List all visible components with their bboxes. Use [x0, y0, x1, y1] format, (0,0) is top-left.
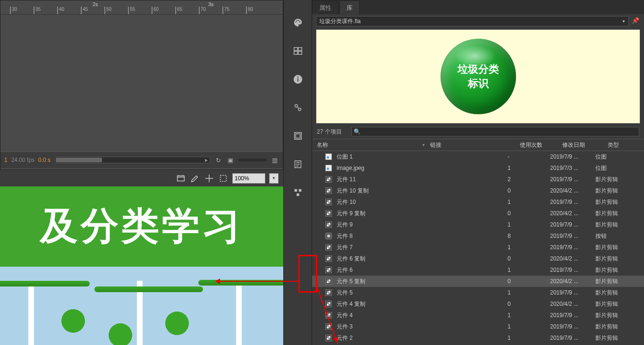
tab-library[interactable]: 库 [339, 0, 360, 14]
clip-bounds-icon[interactable] [218, 173, 229, 184]
stage[interactable]: 及分类学习 [0, 186, 283, 345]
movieclip-icon [324, 198, 333, 206]
scrollbar-thumb[interactable] [56, 158, 102, 162]
movieclip-icon [324, 220, 333, 229]
asset-use-count: 8 [508, 233, 550, 239]
ruler-frame-num: 75 [222, 7, 229, 14]
movieclip-icon [324, 334, 333, 342]
crosshair-icon[interactable] [204, 173, 214, 184]
library-item-row[interactable]: 元件 4 复制02020/4/2 ...影片剪辑 [312, 298, 644, 310]
asset-type: 影片剪辑 [595, 323, 639, 331]
onion-skin-icon[interactable]: ▣ [226, 156, 235, 164]
scene-icon[interactable] [176, 173, 186, 184]
library-item-row[interactable]: 元件 312019/7/9 ...影片剪辑 [312, 321, 644, 332]
timeline-frames-area[interactable] [0, 15, 283, 151]
asset-name: 元件 11 [337, 176, 356, 184]
asset-date: 2020/4/2 ... [550, 210, 595, 217]
col-link-header[interactable]: 链接 [430, 141, 520, 149]
asset-type: 按钮 [595, 232, 639, 240]
asset-name: 元件 10 复制 [337, 187, 369, 195]
asset-type: 位图 [595, 153, 639, 161]
asset-use-count: 1 [508, 289, 550, 296]
current-frame[interactable]: 1 [4, 157, 8, 163]
asset-date: 2019/7/9 ... [550, 199, 595, 205]
library-item-row[interactable]: 元件 1012019/7/9 ...影片剪辑 [312, 196, 644, 208]
movieclip-icon [324, 254, 333, 263]
transform-icon[interactable] [289, 99, 306, 116]
asset-name: 元件 6 复制 [337, 255, 365, 263]
library-panel-icon[interactable] [289, 127, 306, 144]
asset-date: 2019/7/9 ... [550, 244, 595, 251]
asset-date: 2019/7/9 ... [550, 233, 595, 239]
library-preview: 垃圾分类 标识 [316, 29, 640, 124]
asset-name: 元件 9 复制 [337, 210, 365, 218]
library-item-row[interactable]: 元件 5 复制02020/4/2 ...影片剪辑 [312, 276, 644, 287]
library-item-row[interactable]: 元件 9 复制02020/4/2 ...影片剪辑 [312, 208, 644, 219]
timeline-ruler[interactable]: 2s 3s 3035404550556065707580 [0, 0, 283, 15]
library-item-row[interactable]: 元件 212019/7/9 ...影片剪辑 [312, 332, 644, 344]
align-icon[interactable] [289, 184, 306, 201]
edit-symbol-icon[interactable] [190, 173, 200, 184]
banner-text: 及分类学习 [40, 201, 243, 252]
asset-type: 影片剪辑 [595, 278, 639, 286]
search-icon: 🔍 [354, 128, 361, 135]
asset-type: 影片剪辑 [595, 198, 639, 206]
library-item-row[interactable]: 元件 1122019/7/9 ...影片剪辑 [312, 174, 644, 185]
zoom-select[interactable]: 100% [232, 173, 265, 184]
asset-use-count: 1 [508, 244, 550, 251]
scroll-right-arrow-icon[interactable]: ▶ [203, 157, 210, 163]
asset-type: 影片剪辑 [595, 210, 639, 218]
movieclip-icon [324, 243, 333, 252]
elapsed-time[interactable]: 0.0 s [38, 157, 51, 163]
library-count-row: 27 个项目 🔍 [312, 125, 644, 139]
chevron-down-icon: ▼ [622, 19, 626, 24]
col-date-header[interactable]: 修改日期 [562, 141, 608, 149]
library-item-row[interactable]: 元件 712019/7/9 ...影片剪辑 [312, 242, 644, 253]
tab-properties[interactable]: 属性 [312, 0, 339, 14]
zoom-dropdown-button[interactable]: ▼ [269, 173, 279, 184]
library-item-row[interactable]: 元件 882019/7/9 ...按钮 [312, 230, 644, 242]
history-icon[interactable] [289, 156, 306, 173]
ruler-frame-num: 30 [10, 7, 17, 14]
library-search-input[interactable]: 🔍 [351, 127, 639, 136]
library-item-row[interactable]: 元件 612019/7/9 ...影片剪辑 [312, 264, 644, 276]
svg-rect-11 [297, 78, 298, 81]
asset-date: 2019/7/9 ... [550, 153, 595, 160]
asset-name: 位图 1 [337, 153, 353, 161]
timeline-scrollbar[interactable]: ◀ ▶ [54, 157, 210, 163]
timeline-zoom-slider[interactable] [238, 159, 267, 161]
windmill-graphic [0, 267, 283, 345]
svg-rect-8 [294, 51, 297, 54]
info-icon[interactable] [289, 71, 306, 88]
svg-point-3 [296, 20, 297, 21]
loop-icon[interactable]: ↻ [214, 156, 222, 164]
swatches-icon[interactable] [289, 42, 306, 59]
library-item-row[interactable]: 元件 412019/7/9 ...影片剪辑 [312, 310, 644, 321]
stage-canvas[interactable]: 及分类学习 [0, 186, 283, 345]
library-item-row[interactable]: 元件 512019/7/9 ...影片剪辑 [312, 287, 644, 298]
fps-display[interactable]: 24.00 fps [11, 157, 34, 163]
library-document-row: 垃圾分类课件.fla ▼ 📌 [312, 14, 644, 28]
col-use-header[interactable]: 使用次数 [520, 141, 562, 149]
col-type-header[interactable]: 类型 [608, 141, 639, 149]
library-item-row[interactable]: 元件 912019/7/9 ...影片剪辑 [312, 219, 644, 230]
library-item-row[interactable]: 元件 6 复制02020/4/2 ...影片剪辑 [312, 253, 644, 264]
asset-type: 影片剪辑 [595, 300, 639, 308]
ruler-frame-num: 70 [199, 7, 206, 14]
library-item-row[interactable]: 位图 1-2019/7/9 ...位图 [312, 151, 644, 162]
asset-date: 2020/4/2 ... [550, 255, 595, 262]
library-column-header: 名称▼ 链接 使用次数 修改日期 类型 [312, 139, 644, 151]
bitmap-icon [324, 152, 333, 161]
ruler-frame-num: 55 [128, 7, 135, 14]
zoom-fit-icon[interactable]: ▥ [271, 156, 279, 164]
color-palette-icon[interactable] [289, 14, 306, 31]
asset-use-count: 0 [508, 210, 550, 217]
asset-type: 影片剪辑 [595, 187, 639, 195]
library-item-row[interactable]: image.jpeg12019/7/3 ...位图 [312, 162, 644, 174]
col-name-header[interactable]: 名称▼ [317, 141, 430, 149]
library-item-row[interactable]: 元件 10 复制02020/4/2 ...影片剪辑 [312, 185, 644, 196]
pin-icon[interactable]: 📌 [632, 17, 640, 25]
document-select[interactable]: 垃圾分类课件.fla ▼ [316, 16, 629, 26]
asset-use-count: 0 [508, 301, 550, 307]
svg-rect-0 [178, 176, 185, 181]
